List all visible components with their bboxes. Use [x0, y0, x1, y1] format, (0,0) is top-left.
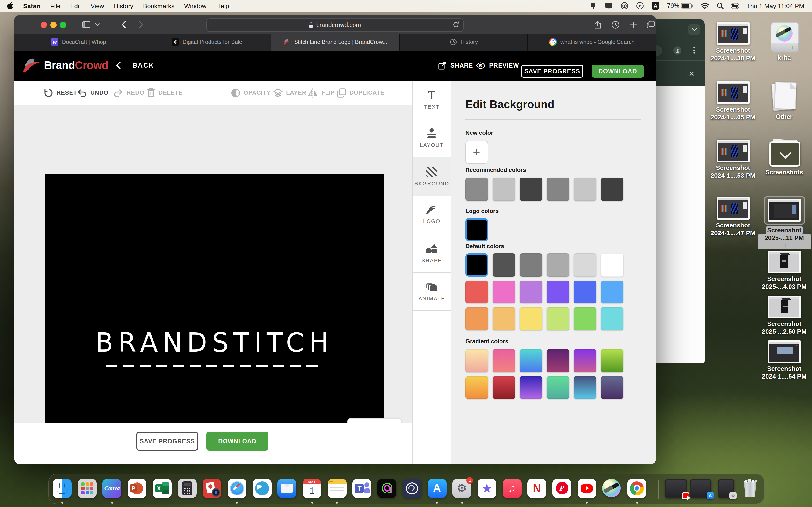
gradient-color-r2-2[interactable]: [492, 376, 515, 399]
default-color-r1-2[interactable]: [492, 253, 515, 276]
input-source-icon[interactable]: A: [648, 2, 663, 10]
menu-item-view[interactable]: View: [86, 2, 109, 9]
new-tab-icon[interactable]: [627, 15, 639, 34]
default-color-r1-1[interactable]: [465, 253, 488, 276]
tab-2[interactable]: ❋Digital Products for Sale: [143, 34, 271, 50]
sidebar-chevron-icon[interactable]: [94, 15, 101, 34]
desktop-icon-screenshot-2025-11-pm[interactable]: Screenshot2025-...11 PM!: [758, 197, 811, 249]
close-button[interactable]: [40, 21, 47, 28]
dock-safari[interactable]: [227, 479, 247, 498]
tab-4[interactable]: History: [400, 34, 528, 50]
gradient-color-r2-4[interactable]: [546, 376, 569, 399]
display-icon[interactable]: [601, 2, 617, 9]
default-color-r3-4[interactable]: [546, 307, 569, 330]
recommended-color-1[interactable]: [465, 178, 488, 201]
trash-icon[interactable]: [742, 479, 758, 497]
dock-photo-booth[interactable]: [203, 479, 221, 498]
desktop-icon-screenshot-2024-1-30-pm[interactable]: Screenshot2024-1....30 PM: [706, 22, 760, 62]
preview-button[interactable]: PREVIEW: [476, 50, 519, 80]
logo-color-1[interactable]: [465, 218, 488, 241]
dock-teams[interactable]: T: [353, 479, 371, 498]
logo-canvas[interactable]: BRANDSTITCH: [45, 174, 384, 443]
gradient-color-r1-2[interactable]: [492, 349, 515, 372]
dock-launchpad[interactable]: [78, 479, 96, 498]
nav-logo[interactable]: LOGO: [412, 196, 451, 234]
dock-netflix[interactable]: N: [527, 479, 546, 498]
default-color-r2-5[interactable]: [573, 280, 596, 303]
default-color-r2-3[interactable]: [519, 280, 542, 303]
dock-obs[interactable]: [403, 479, 421, 498]
delete-button[interactable]: DELETE: [147, 80, 183, 105]
default-color-r3-5[interactable]: [573, 307, 596, 330]
forward-icon[interactable]: [136, 15, 146, 34]
chevron-down-button[interactable]: [688, 24, 700, 35]
gradient-color-r1-5[interactable]: [573, 349, 596, 372]
tab-5[interactable]: what is whop - Google Search: [528, 34, 656, 50]
wifi-icon[interactable]: [697, 3, 713, 9]
spotlight-search-icon[interactable]: [713, 2, 728, 9]
apple-menu-icon[interactable]: [0, 2, 18, 10]
dock-mail[interactable]: [278, 479, 297, 498]
share-button[interactable]: SHARE: [439, 50, 473, 80]
default-color-r1-6[interactable]: [601, 253, 623, 276]
dock-pinterest[interactable]: P: [552, 479, 571, 498]
minimized-window-app-store[interactable]: A: [690, 480, 711, 498]
menu-item-file[interactable]: File: [45, 2, 65, 9]
save-progress-button-footer[interactable]: SAVE PROGRESS: [136, 432, 198, 451]
dock-system-settings[interactable]: ⚙1: [452, 479, 471, 498]
back-button[interactable]: BACK: [116, 50, 154, 80]
duplicate-button[interactable]: DUPLICATE: [337, 80, 385, 105]
flip-button[interactable]: FLIP: [308, 80, 335, 105]
brandcrowd-logo[interactable]: BrandCrowd: [22, 57, 108, 74]
save-progress-button[interactable]: SAVE PROGRESS: [521, 65, 583, 78]
more-menu-icon[interactable]: •••: [693, 46, 696, 54]
dock-a-neon[interactable]: [377, 479, 396, 498]
default-color-r2-4[interactable]: [546, 280, 569, 303]
default-color-r1-5[interactable]: [573, 253, 596, 276]
minimized-window-youtube[interactable]: [665, 480, 687, 498]
recommended-color-6[interactable]: [601, 178, 623, 201]
undo-button[interactable]: UNDO: [77, 80, 108, 105]
gradient-color-r2-6[interactable]: [601, 376, 623, 399]
dock-calculator[interactable]: [177, 479, 197, 498]
gradient-color-r2-3[interactable]: [519, 376, 542, 399]
nav-layout[interactable]: LAYOUT: [412, 119, 451, 157]
tab-overview-icon[interactable]: [644, 15, 656, 34]
reload-icon[interactable]: [453, 21, 459, 28]
dock-notes[interactable]: [327, 479, 346, 498]
menu-item-window[interactable]: Window: [179, 2, 211, 9]
default-color-r1-3[interactable]: [519, 253, 542, 276]
airpods-icon[interactable]: [617, 2, 632, 10]
opacity-button[interactable]: OPACITY: [231, 80, 271, 105]
gradient-color-r2-1[interactable]: [465, 376, 488, 399]
menu-bar-clock[interactable]: Thu 1 May 11:04 PM: [743, 2, 812, 9]
dock-youtube[interactable]: [577, 479, 596, 498]
desktop-icon-screenshot-2024-1-47-pm[interactable]: Screenshot2024-1....47 PM: [706, 197, 760, 237]
close-icon[interactable]: ✕: [689, 70, 694, 78]
menu-item-history[interactable]: History: [109, 2, 138, 9]
gradient-color-r1-6[interactable]: [601, 349, 623, 372]
menu-item-help[interactable]: Help: [211, 2, 234, 9]
download-button[interactable]: DOWNLOAD: [592, 65, 644, 78]
logo-dashed-line[interactable]: [106, 364, 323, 367]
nav-text[interactable]: TTEXT: [412, 80, 451, 119]
gradient-color-r1-3[interactable]: [519, 349, 542, 372]
add-color-button[interactable]: +: [465, 141, 488, 164]
menu-item-safari[interactable]: Safari: [18, 2, 45, 9]
dock-chrome[interactable]: [627, 479, 646, 498]
dock-telegram[interactable]: [253, 479, 271, 498]
dock-music[interactable]: ♫: [502, 479, 521, 498]
logo-brand-text[interactable]: BRANDSTITCH: [45, 327, 384, 358]
desktop-icon-screenshot-2025-2-50-pm[interactable]: Screenshot2025-...2.50 PM: [758, 295, 811, 335]
tab-1[interactable]: wDocuCraft | Whop: [14, 34, 143, 50]
back-icon[interactable]: [119, 15, 129, 34]
gradient-color-r2-5[interactable]: [573, 376, 596, 399]
default-color-r3-3[interactable]: [519, 307, 542, 330]
layer-button[interactable]: LAYER: [273, 80, 306, 105]
gradient-color-r1-4[interactable]: [546, 349, 569, 372]
default-color-r3-6[interactable]: [601, 307, 623, 330]
nav-shape[interactable]: SHAPE: [412, 234, 451, 273]
dock-app-store[interactable]: A: [427, 479, 446, 498]
now-playing-icon[interactable]: [632, 2, 648, 10]
download-button-footer[interactable]: DOWNLOAD: [206, 432, 268, 451]
